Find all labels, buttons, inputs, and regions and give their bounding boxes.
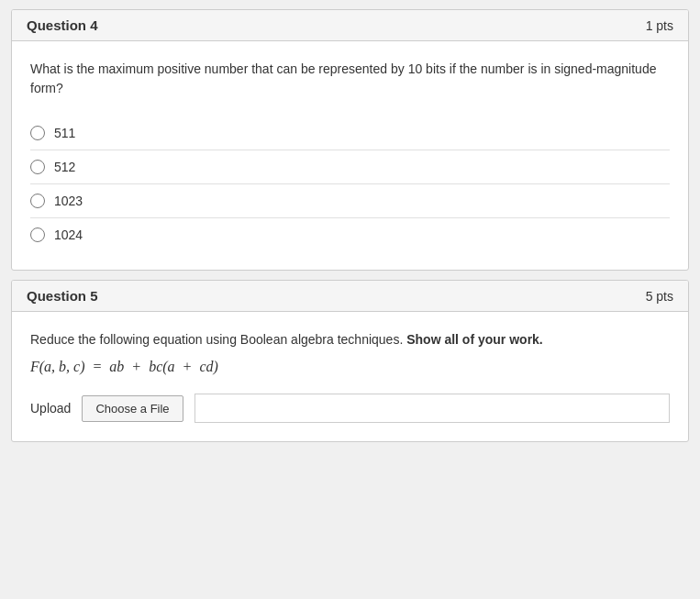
choose-file-button[interactable]: Choose a File [82, 395, 183, 422]
option-1023-label: 1023 [54, 194, 83, 208]
question-5-pts: 5 pts [646, 289, 673, 304]
math-formula: F(a, b, c) = ab + bc(a + cd) [30, 359, 670, 375]
radio-511[interactable] [30, 126, 45, 140]
option-511[interactable]: 511 [30, 116, 670, 150]
radio-1023[interactable] [30, 194, 45, 208]
question-5-header: Question 5 5 pts [12, 281, 688, 312]
radio-1024[interactable] [30, 227, 45, 242]
upload-label: Upload [30, 401, 71, 416]
option-1024-label: 1024 [54, 227, 83, 242]
option-1024[interactable]: 1024 [30, 218, 670, 251]
option-1023[interactable]: 1023 [30, 184, 670, 218]
file-name-display [194, 394, 670, 423]
upload-section: Upload Choose a File [30, 394, 670, 423]
question-5-card: Question 5 5 pts Reduce the following eq… [11, 280, 689, 442]
question-4-pts: 1 pts [646, 18, 673, 33]
question-5-text-bold: Show all of your work. [406, 332, 543, 347]
question-5-body: Reduce the following equation using Bool… [12, 312, 688, 441]
option-512-label: 512 [54, 160, 75, 174]
question-4-options: 511 512 1023 1024 [30, 116, 670, 251]
option-511-label: 511 [54, 126, 75, 140]
question-5-title: Question 5 [27, 288, 98, 304]
question-4-title: Question 4 [27, 17, 98, 33]
question-5-text: Reduce the following equation using Bool… [30, 330, 670, 349]
option-512[interactable]: 512 [30, 150, 670, 184]
question-5-text-prefix: Reduce the following equation using Bool… [30, 332, 403, 347]
question-4-text: What is the maximum positive number that… [30, 60, 670, 98]
question-4-card: Question 4 1 pts What is the maximum pos… [11, 9, 689, 271]
radio-512[interactable] [30, 160, 45, 174]
question-4-header: Question 4 1 pts [12, 10, 688, 41]
question-4-body: What is the maximum positive number that… [12, 41, 688, 270]
